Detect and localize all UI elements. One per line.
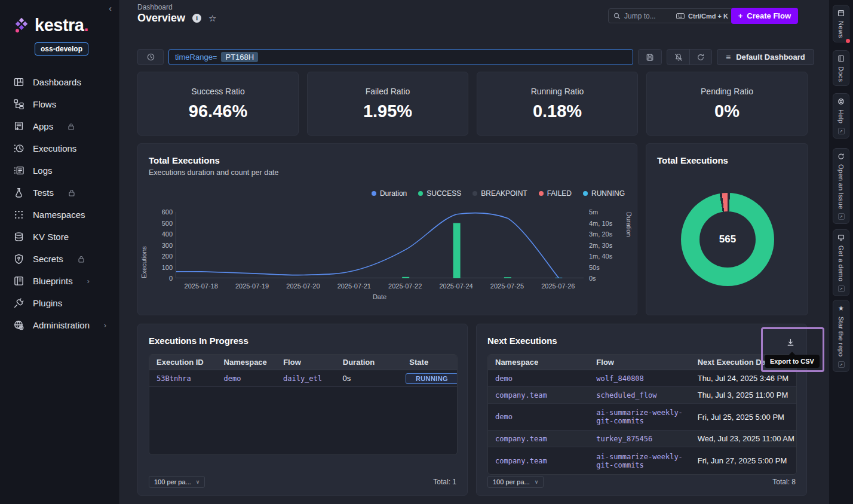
- namespace-link[interactable]: demo: [488, 371, 589, 386]
- breadcrumb[interactable]: Dashboard: [137, 3, 173, 11]
- rail-tab-star-the-repo[interactable]: ★ Star the repo ↗: [833, 300, 849, 372]
- table-row[interactable]: company.team ai-summarize-weekly-git-com…: [488, 447, 796, 474]
- flow-link[interactable]: wolf_840808: [589, 371, 690, 386]
- bar-success[interactable]: [504, 277, 511, 278]
- legend-dot: [583, 191, 588, 196]
- execution-id-link[interactable]: 53Btnhra: [149, 371, 216, 386]
- default-dashboard-button[interactable]: ≡ Default Dashboard: [717, 49, 814, 65]
- y-axis-tick-left: 400: [149, 231, 173, 238]
- download-icon: [786, 338, 795, 347]
- bell-slash-icon: [674, 53, 683, 62]
- kestra-logo[interactable]: kestra.: [0, 0, 119, 35]
- table-row[interactable]: demo wolf_840808 Thu, Jul 24, 2025 3:46 …: [488, 370, 796, 387]
- kpi-value: 96.46%: [189, 102, 247, 121]
- export-csv-tooltip: Export to CSV: [765, 355, 820, 368]
- per-page-select[interactable]: 100 per pa... ∨: [487, 476, 544, 488]
- rail-tab-get-a-demo[interactable]: Get a demo ↗: [833, 229, 849, 296]
- sidebar-item-tests[interactable]: Tests: [0, 182, 119, 204]
- duration-value: 0s: [336, 370, 402, 386]
- sidebar-item-dashboards[interactable]: Dashboards: [0, 71, 119, 93]
- y-axis-tick-left: 0: [149, 275, 173, 282]
- x-axis-tick: 2025-07-20: [279, 282, 327, 290]
- plugins-icon: [14, 298, 24, 308]
- namespace-link[interactable]: company.team: [488, 431, 589, 447]
- refresh-button[interactable]: [689, 50, 711, 64]
- environment-badge: oss-develop: [35, 42, 88, 56]
- namespace-link[interactable]: company.team: [488, 453, 589, 469]
- rail-tab-open-an-issue[interactable]: Open an Issue ↗: [833, 148, 849, 224]
- running-state-badge: RUNNING: [406, 373, 458, 384]
- chart-title: Total Executions: [149, 155, 220, 165]
- sidebar-item-plugins[interactable]: Plugins: [0, 292, 119, 314]
- namespace-link[interactable]: demo: [488, 409, 589, 425]
- flow-link[interactable]: ai-summarize-weekly-git-commits: [589, 405, 690, 429]
- chevron-right-icon: ›: [87, 277, 90, 285]
- apps-icon: [14, 121, 24, 131]
- kv-store-icon: [14, 232, 24, 242]
- flow-link[interactable]: ai-summarize-weekly-git-commits: [589, 449, 690, 473]
- flow-link[interactable]: scheduled_flow: [589, 388, 690, 403]
- create-flow-button[interactable]: + Create Flow: [731, 8, 798, 24]
- y-axis-label-left: Executions: [140, 212, 148, 278]
- chart-plot-svg: [176, 212, 584, 278]
- per-page-select[interactable]: 100 per pa... ∨: [149, 476, 205, 488]
- legend-label: SUCCESS: [426, 189, 461, 198]
- blueprints-icon: [14, 276, 24, 286]
- executions-plot[interactable]: [176, 212, 584, 278]
- sidebar-item-executions[interactable]: Executions: [0, 137, 119, 159]
- sidebar-item-flows[interactable]: Flows: [0, 93, 119, 115]
- legend-item-running[interactable]: RUNNING: [583, 189, 625, 198]
- y-axis-tick-right: 3m, 20s: [589, 231, 612, 238]
- rail-tab-docs[interactable]: Docs: [833, 50, 849, 86]
- legend-item-duration[interactable]: Duration: [372, 189, 407, 198]
- filter-value-chip[interactable]: PT168H: [221, 52, 258, 62]
- table-row[interactable]: company.team turkey_875456 Wed, Jul 23, …: [488, 431, 796, 447]
- namespace-link[interactable]: company.team: [488, 388, 589, 403]
- table-row[interactable]: 53Btnhra demo daily_etl 0s RUNNING: [149, 370, 457, 387]
- kpi-card-success-ratio: Success Ratio 96.46%: [137, 72, 299, 136]
- sidebar-item-logs[interactable]: Logs: [0, 159, 119, 182]
- rail-tab-news[interactable]: News: [833, 5, 849, 42]
- pagination: 100 per pa... ∨ Total: 8: [487, 476, 796, 488]
- legend-item-failed[interactable]: FAILED: [539, 189, 572, 198]
- bar-success[interactable]: [453, 223, 461, 279]
- executions-donut-chart[interactable]: 565: [681, 193, 774, 286]
- info-icon[interactable]: i: [192, 14, 201, 23]
- table-row[interactable]: demo ai-summarize-weekly-git-commits Fri…: [488, 404, 796, 431]
- kpi-value: 1.95%: [363, 102, 412, 121]
- export-csv-button[interactable]: [783, 334, 798, 350]
- table-header: Namespace Flow Next Execution Date: [488, 355, 796, 370]
- duration-line: [176, 213, 559, 278]
- favorite-star-icon[interactable]: ☆: [208, 13, 216, 24]
- filter-query-input[interactable]: timeRange= PT168H: [168, 49, 633, 65]
- table-row[interactable]: company.team scheduled_flow Thu, Jul 3, …: [488, 387, 796, 404]
- flow-link[interactable]: daily_etl: [276, 371, 336, 386]
- save-filter-button[interactable]: [638, 49, 662, 65]
- docs-icon: [837, 55, 845, 62]
- state-cell: RUNNING: [402, 370, 457, 388]
- chevron-right-icon: ›: [104, 321, 106, 330]
- demo-icon: [837, 234, 845, 241]
- bar-success[interactable]: [402, 277, 409, 278]
- sidebar-item-namespaces[interactable]: Namespaces: [0, 204, 119, 226]
- external-link-icon: ↗: [838, 213, 845, 220]
- sidebar-item-apps[interactable]: Apps: [0, 115, 119, 137]
- filter-history-button[interactable]: [137, 49, 164, 65]
- disable-alerts-button[interactable]: [667, 50, 689, 64]
- kpi-label: Running Ratio: [531, 87, 584, 96]
- legend-item-success[interactable]: SUCCESS: [418, 189, 461, 198]
- namespace-link[interactable]: demo: [216, 371, 276, 386]
- sidebar-item-administration[interactable]: Administration ›: [0, 314, 119, 336]
- kpi-label: Failed Ratio: [366, 87, 410, 96]
- sidebar-item-kv-store[interactable]: KV Store: [0, 226, 119, 248]
- next-execution-date: Fri, Jun 27, 2025 5:00 PM: [691, 453, 796, 469]
- sidebar-item-blueprints[interactable]: Blueprints ›: [0, 270, 119, 292]
- legend-item-breakpoint[interactable]: BREAKPOINT: [472, 189, 527, 198]
- sidebar-item-secrets[interactable]: Secrets: [0, 248, 119, 270]
- jump-to-search[interactable]: Jump to... Ctrl/Cmd + K: [608, 8, 734, 23]
- executions-icon: [14, 143, 24, 153]
- rail-tab-help[interactable]: Help ↗: [833, 93, 849, 139]
- collapse-sidebar-icon[interactable]: ‹: [109, 4, 112, 13]
- flow-link[interactable]: turkey_875456: [589, 431, 690, 447]
- lock-icon: [68, 189, 75, 196]
